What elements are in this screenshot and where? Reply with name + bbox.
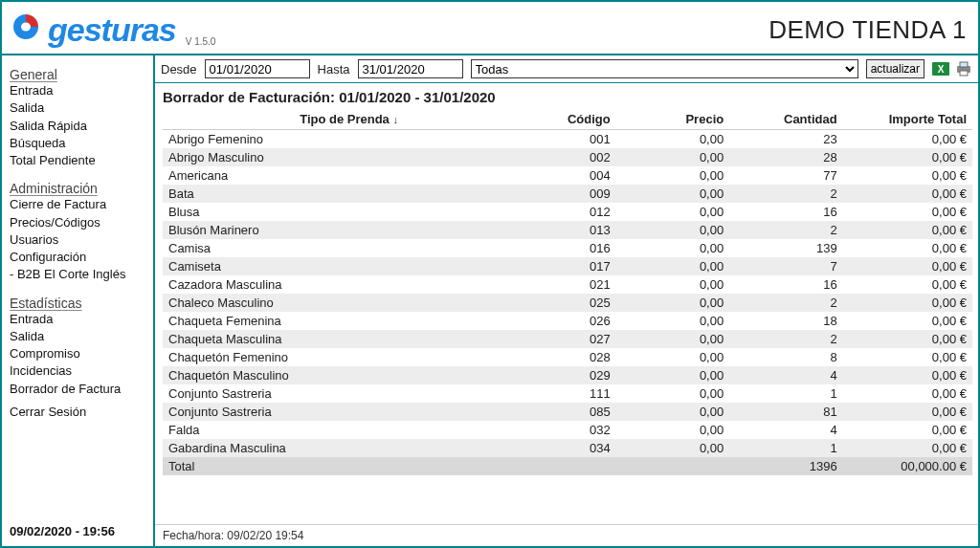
sidebar-item[interactable]: Búsqueda	[10, 135, 145, 152]
sidebar-item[interactable]: Configuración	[10, 249, 145, 266]
cell-importe: 0,00 €	[843, 203, 972, 221]
from-input[interactable]	[205, 59, 310, 78]
cell-tipo: Camiseta	[163, 257, 535, 275]
cell-codigo: 013	[535, 221, 616, 239]
cell-codigo: 026	[535, 312, 616, 330]
cell-codigo: 012	[535, 203, 616, 221]
cell-tipo: Gabardina Masculina	[163, 439, 535, 457]
cell-tipo: Chaquetón Femenino	[163, 348, 535, 366]
cell-cantidad: 2	[729, 185, 842, 203]
sidebar-item[interactable]: Salida	[10, 328, 145, 345]
cell-precio: 0,00	[616, 348, 729, 366]
table-row: Chaquetón Femenino0280,0080,00 €	[163, 348, 972, 366]
excel-icon[interactable]: X	[932, 60, 949, 77]
col-cantidad-header[interactable]: Cantidad	[729, 109, 842, 130]
cell-tipo: Conjunto Sastreria	[163, 403, 535, 421]
table-row: Chaqueta Masculina0270,0020,00 €	[163, 330, 972, 348]
cell-precio: 0,00	[616, 294, 729, 312]
cell-cantidad: 4	[729, 366, 842, 384]
cell-tipo: Blusa	[163, 203, 535, 221]
cell-importe: 0,00 €	[843, 421, 972, 439]
sidebar-group-title: General	[10, 67, 145, 82]
cell-precio: 0,00	[616, 148, 729, 166]
cell-cantidad: 139	[729, 239, 842, 257]
col-precio-header[interactable]: Precio	[616, 109, 729, 130]
cell-cantidad: 8	[729, 348, 842, 366]
cell-codigo: 034	[535, 439, 616, 457]
sidebar-item[interactable]: Usuarios	[10, 231, 145, 249]
update-button[interactable]: actualizar	[866, 59, 924, 78]
cell-tipo: Abrigo Femenino	[163, 130, 535, 149]
cell-tipo: Bata	[163, 185, 535, 203]
col-tipo-header[interactable]: Tipo de Prenda ↓	[163, 109, 535, 130]
print-icon[interactable]	[955, 60, 972, 77]
cell-importe: 0,00 €	[843, 130, 972, 149]
cell-precio: 0,00	[616, 384, 729, 403]
total-importe: 00,000.00 €	[843, 457, 972, 475]
cell-cantidad: 16	[729, 275, 842, 294]
sidebar-item[interactable]: Entrada	[10, 82, 145, 99]
brand-logo: gesturas	[10, 11, 176, 49]
table-row: Chaleco Masculino0250,0020,00 €	[163, 294, 972, 312]
filter-bar: Desde Hasta Todas actualizar X	[155, 55, 978, 83]
sidebar-item[interactable]: Precios/Códigos	[10, 214, 145, 231]
table-row: Abrigo Masculino0020,00280,00 €	[163, 148, 972, 166]
cell-importe: 0,00 €	[843, 366, 972, 384]
to-input[interactable]	[358, 59, 463, 78]
store-name: DEMO TIENDA 1	[768, 15, 967, 45]
cell-cantidad: 28	[729, 148, 842, 166]
cell-precio: 0,00	[616, 275, 729, 294]
to-label: Hasta	[318, 62, 350, 77]
cell-precio: 0,00	[616, 203, 729, 221]
cell-codigo: 016	[535, 239, 616, 257]
table-total-row: Total 1396 00,000.00 €	[163, 457, 972, 475]
table-row: Camisa0160,001390,00 €	[163, 239, 972, 257]
col-codigo-header[interactable]: Código	[535, 109, 616, 130]
cell-cantidad: 2	[729, 330, 842, 348]
report-content: Borrador de Facturación: 01/01/2020 - 31…	[155, 83, 978, 524]
sidebar-item[interactable]: Incidencias	[10, 362, 145, 380]
filter-select[interactable]: Todas	[471, 59, 858, 78]
sidebar-item[interactable]: Borrador de Factura	[10, 381, 145, 398]
svg-text:X: X	[938, 64, 945, 75]
main: Desde Hasta Todas actualizar X	[155, 55, 978, 546]
from-label: Desde	[161, 62, 197, 77]
cell-cantidad: 2	[729, 221, 842, 239]
cell-codigo: 027	[535, 330, 616, 348]
sidebar-item[interactable]: Cierre de Factura	[10, 196, 145, 213]
header: gesturas V 1.5.0 DEMO TIENDA 1	[2, 2, 978, 55]
sidebar-item-logout[interactable]: Cerrar Sesión	[10, 404, 145, 421]
cell-importe: 0,00 €	[843, 403, 972, 421]
cell-codigo: 085	[535, 403, 616, 421]
table-row: Cazadora Masculina0210,00160,00 €	[163, 275, 972, 294]
cell-importe: 0,00 €	[843, 148, 972, 166]
sidebar-item[interactable]: - B2B El Corte Inglés	[10, 266, 145, 283]
cell-cantidad: 16	[729, 203, 842, 221]
sidebar-clock: 09/02/2020 - 19:56	[10, 524, 145, 542]
page-title: Borrador de Facturación: 01/01/2020 - 31…	[163, 89, 972, 105]
col-importe-header[interactable]: Importe Total	[843, 109, 972, 130]
cell-codigo: 032	[535, 421, 616, 439]
cell-codigo: 021	[535, 275, 616, 294]
version-label: V 1.5.0	[186, 36, 216, 49]
cell-codigo: 028	[535, 348, 616, 366]
table-row: Conjunto Sastreria0850,00810,00 €	[163, 403, 972, 421]
cell-tipo: Cazadora Masculina	[163, 275, 535, 294]
total-label: Total	[163, 457, 535, 475]
sidebar-item[interactable]: Salida Rápida	[10, 118, 145, 135]
table-row: Conjunto Sastreria1110,0010,00 €	[163, 384, 972, 403]
cell-tipo: Chaleco Masculino	[163, 294, 535, 312]
sidebar-item[interactable]: Entrada	[10, 311, 145, 328]
sidebar-item[interactable]: Salida	[10, 99, 145, 117]
svg-point-0	[21, 22, 31, 31]
table-row: Chaqueta Femenina0260,00180,00 €	[163, 312, 972, 330]
cell-tipo: Chaqueta Femenina	[163, 312, 535, 330]
sidebar-item[interactable]: Total Pendiente	[10, 152, 145, 169]
report-table: Tipo de Prenda ↓ Código Precio Cantidad …	[163, 109, 972, 475]
cell-codigo: 004	[535, 166, 616, 185]
cell-importe: 0,00 €	[843, 384, 972, 403]
cell-precio: 0,00	[616, 403, 729, 421]
sort-down-icon: ↓	[392, 114, 398, 125]
sidebar-item[interactable]: Compromiso	[10, 345, 145, 362]
cell-tipo: Falda	[163, 421, 535, 439]
